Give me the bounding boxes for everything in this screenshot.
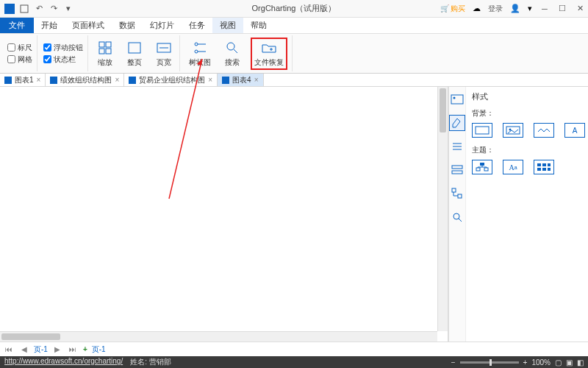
check-float-label: 浮动按钮 — [54, 43, 83, 53]
bg-option-text[interactable]: A — [564, 123, 585, 138]
svg-point-24 — [453, 213, 459, 219]
close-tab-icon[interactable]: × — [115, 76, 119, 84]
close-tab-icon[interactable]: × — [254, 76, 259, 84]
zoom-label: 缩放 — [98, 57, 112, 68]
menu-help[interactable]: 帮助 — [243, 18, 274, 33]
svg-point-9 — [195, 43, 198, 46]
close-tab-icon[interactable]: × — [37, 76, 41, 84]
canvas[interactable] — [0, 87, 448, 342]
panel-tab-list[interactable] — [449, 138, 465, 155]
ribbon-group-tools: 树状图 搜索 文件恢复 — [182, 35, 293, 71]
undo-icon[interactable]: ↶ — [34, 4, 44, 14]
ribbon-group-display: 标尺 网格 — [3, 35, 37, 71]
doc-icon — [222, 77, 229, 84]
page-width-label: 页宽 — [157, 57, 171, 68]
svg-rect-6 — [129, 43, 140, 53]
zoom-icon — [97, 40, 113, 56]
panel-tab-search[interactable] — [449, 209, 465, 225]
zoom-button[interactable]: 缩放 — [94, 38, 116, 69]
bg-option-image[interactable] — [503, 123, 523, 138]
close-tab-icon[interactable]: × — [208, 76, 212, 84]
page-tab[interactable]: 页-1 — [92, 344, 106, 355]
theme-option-font[interactable]: Aa — [503, 160, 523, 174]
panel-title: 样式 — [472, 91, 585, 102]
vertical-scrollbar[interactable] — [437, 87, 448, 331]
page-next-icon[interactable]: ▶ — [52, 345, 62, 353]
panel-tab-style[interactable] — [449, 115, 465, 131]
doc-tab-label: 绩效组织结构图 — [60, 75, 112, 85]
theme-option-chart[interactable] — [472, 160, 492, 174]
doc-tab-label: 图表1 — [15, 75, 34, 85]
doc-tab-3[interactable]: 贸易企业组织结构图× — [124, 74, 218, 86]
svg-point-16 — [453, 97, 456, 99]
login-link[interactable]: 登录 — [488, 4, 503, 14]
section-theme-label: 主题： — [472, 145, 585, 155]
doc-tab-2[interactable]: 绩效组织结构图× — [46, 74, 124, 86]
search-icon — [224, 40, 240, 56]
svg-rect-0 — [4, 4, 15, 14]
menu-file[interactable]: 文件 — [0, 18, 34, 33]
panel-tab-layout[interactable] — [449, 162, 465, 178]
check-grid[interactable]: 网格 — [7, 54, 32, 65]
full-page-label: 整页 — [127, 57, 142, 68]
menu-view[interactable]: 视图 — [212, 18, 243, 33]
zoom-slider[interactable] — [460, 361, 519, 364]
file-recover-label: 文件恢复 — [254, 57, 284, 68]
cloud-icon[interactable]: ☁ — [473, 4, 481, 13]
page-width-button[interactable]: 页宽 — [153, 38, 175, 69]
bg-option-solid[interactable] — [472, 123, 492, 138]
view-mode-1-icon[interactable]: ▢ — [555, 358, 562, 367]
page-last-icon[interactable]: ⏭ — [67, 345, 79, 353]
view-mode-2-icon[interactable]: ▣ — [566, 358, 573, 367]
zoom-percent[interactable]: 100% — [531, 358, 551, 367]
check-float-button[interactable]: 浮动按钮 — [43, 43, 83, 53]
doc-tab-label: 贸易企业组织结构图 — [139, 75, 205, 85]
page-current[interactable]: 页-1 — [34, 344, 48, 355]
zoom-out-button[interactable]: − — [451, 358, 456, 367]
horizontal-scrollbar[interactable] — [0, 331, 437, 342]
scroll-thumb[interactable] — [440, 88, 446, 132]
workspace: 样式 背景： A 主题： Aa — [0, 87, 588, 342]
panel-tab-card[interactable] — [449, 91, 465, 107]
scroll-thumb[interactable] — [1, 333, 60, 340]
svg-rect-2 — [99, 42, 104, 47]
check-ruler[interactable]: 标尺 — [7, 43, 32, 53]
svg-line-14 — [234, 49, 237, 53]
add-page-button[interactable]: + — [83, 345, 87, 353]
search-button[interactable]: 搜索 — [221, 38, 243, 69]
theme-option-color[interactable] — [534, 160, 554, 174]
qat-dropdown-icon[interactable]: ▾ — [63, 4, 74, 14]
save-icon[interactable] — [19, 4, 29, 14]
tree-view-button[interactable]: 树状图 — [186, 38, 214, 69]
zoom-handle[interactable] — [490, 359, 492, 366]
user-icon[interactable]: 👤 — [510, 4, 520, 13]
full-page-button[interactable]: 整页 — [123, 38, 146, 69]
svg-rect-29 — [480, 163, 484, 166]
close-button[interactable]: ✕ — [575, 4, 585, 14]
menu-tasks[interactable]: 任务 — [182, 18, 212, 33]
menu-slides[interactable]: 幻灯片 — [143, 18, 182, 33]
minimize-button[interactable]: ─ — [539, 4, 550, 14]
panel-tab-tree[interactable] — [449, 185, 465, 202]
svg-point-10 — [195, 50, 198, 53]
redo-icon[interactable]: ↷ — [49, 4, 59, 14]
page-prev-icon[interactable]: ◀ — [19, 345, 29, 353]
status-url: http://www.edrawsoft.cn/orgcharting/ — [4, 357, 123, 367]
doc-icon — [50, 77, 57, 84]
bg-option-pattern[interactable] — [534, 123, 554, 138]
file-recover-button[interactable]: 文件恢复 — [251, 38, 287, 70]
section-background-label: 背景： — [472, 108, 585, 118]
menu-page-style[interactable]: 页面样式 — [65, 18, 112, 33]
buy-link[interactable]: 🛒 购买 — [440, 4, 465, 14]
settings-dropdown-icon[interactable]: ▾ — [528, 4, 532, 13]
menu-start[interactable]: 开始 — [34, 18, 65, 33]
doc-tab-1[interactable]: 图表1× — [0, 74, 46, 86]
menu-data[interactable]: 数据 — [112, 18, 143, 33]
page-first-icon[interactable]: ⏮ — [3, 345, 15, 353]
check-status-bar[interactable]: 状态栏 — [43, 54, 76, 65]
window-controls: 🛒 购买 ☁ 登录 👤 ▾ ─ ☐ ✕ — [440, 4, 585, 14]
doc-tab-4[interactable]: 图表4× — [218, 74, 263, 86]
maximize-button[interactable]: ☐ — [557, 4, 567, 14]
zoom-in-button[interactable]: + — [523, 358, 528, 367]
view-mode-3-icon[interactable]: ◧ — [577, 358, 584, 367]
